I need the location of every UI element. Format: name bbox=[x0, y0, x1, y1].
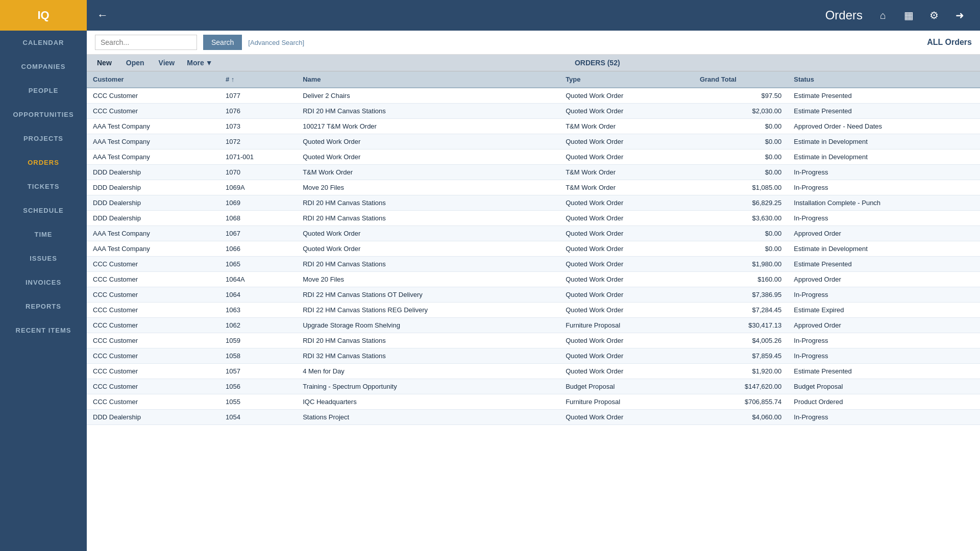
cell-total: $30,417.13 bbox=[694, 318, 788, 333]
nav-items: CALENDARCOMPANIESPEOPLEOPPORTUNITIESPROJ… bbox=[13, 31, 74, 342]
cell-number: 1054 bbox=[219, 410, 297, 425]
table-row[interactable]: AAA Test Company 1071-001 Quoted Work Or… bbox=[87, 149, 980, 165]
cell-total: $4,005.26 bbox=[694, 333, 788, 348]
col-total[interactable]: Grand Total bbox=[694, 71, 788, 88]
table-row[interactable]: DDD Dealership 1068 RDI 20 HM Canvas Sta… bbox=[87, 211, 980, 226]
cell-customer: AAA Test Company bbox=[87, 119, 219, 134]
table-row[interactable]: CCC Customer 1064A Move 20 Files Quoted … bbox=[87, 272, 980, 287]
cell-customer: CCC Customer bbox=[87, 318, 219, 333]
sidebar-item-time[interactable]: TIME bbox=[13, 222, 74, 246]
cell-name: Quoted Work Order bbox=[297, 241, 559, 257]
cell-customer: CCC Customer bbox=[87, 379, 219, 394]
cell-type: Quoted Work Order bbox=[559, 257, 694, 272]
cell-total: $7,284.45 bbox=[694, 303, 788, 318]
cell-name: T&M Work Order bbox=[297, 165, 559, 180]
sidebar-item-invoices[interactable]: INVOICES bbox=[13, 270, 74, 294]
cell-type: Quoted Work Order bbox=[559, 333, 694, 348]
table-row[interactable]: CCC Customer 1064 RDI 22 HM Canvas Stati… bbox=[87, 287, 980, 303]
cell-status: Estimate in Development bbox=[788, 134, 980, 149]
table-row[interactable]: CCC Customer 1056 Training - Spectrum Op… bbox=[87, 379, 980, 394]
view-button[interactable]: View bbox=[157, 58, 177, 68]
table-row[interactable]: CCC Customer 1062 Upgrade Storage Room S… bbox=[87, 318, 980, 333]
cell-number: 1067 bbox=[219, 226, 297, 241]
cell-total: $0.00 bbox=[694, 165, 788, 180]
table-row[interactable]: AAA Test Company 1066 Quoted Work Order … bbox=[87, 241, 980, 257]
advanced-search-link[interactable]: [Advanced Search] bbox=[248, 39, 304, 46]
cell-name: Move 20 Files bbox=[297, 180, 559, 195]
sidebar-item-schedule[interactable]: SCHEDULE bbox=[13, 198, 74, 222]
more-button[interactable]: More ▼ bbox=[187, 59, 212, 67]
col-name[interactable]: Name bbox=[297, 71, 559, 88]
col-number[interactable]: # ↑ bbox=[219, 71, 297, 88]
cell-status: Estimate Expired bbox=[788, 303, 980, 318]
cell-name: RDI 20 HM Canvas Stations bbox=[297, 195, 559, 211]
cell-name: Stations Project bbox=[297, 410, 559, 425]
table-row[interactable]: CCC Customer 1065 RDI 20 HM Canvas Stati… bbox=[87, 257, 980, 272]
cell-total: $706,855.74 bbox=[694, 394, 788, 410]
table-row[interactable]: CCC Customer 1059 RDI 20 HM Canvas Stati… bbox=[87, 333, 980, 348]
open-button[interactable]: Open bbox=[124, 58, 146, 68]
grid-icon[interactable]: ▦ bbox=[898, 5, 919, 26]
sidebar-item-issues[interactable]: ISSUES bbox=[13, 246, 74, 270]
sidebar-item-people[interactable]: PEOPLE bbox=[13, 79, 74, 103]
cell-customer: CCC Customer bbox=[87, 333, 219, 348]
cell-customer: AAA Test Company bbox=[87, 241, 219, 257]
cell-status: Estimate in Development bbox=[788, 241, 980, 257]
table-row[interactable]: AAA Test Company 1072 Quoted Work Order … bbox=[87, 134, 980, 149]
table-row[interactable]: CCC Customer 1076 RDI 20 HM Canvas Stati… bbox=[87, 104, 980, 119]
cell-name: RDI 22 HM Canvas Stations REG Delivery bbox=[297, 303, 559, 318]
cell-total: $0.00 bbox=[694, 119, 788, 134]
logout-icon[interactable]: ➜ bbox=[949, 5, 970, 26]
cell-customer: DDD Dealership bbox=[87, 211, 219, 226]
table-row[interactable]: DDD Dealership 1070 T&M Work Order T&M W… bbox=[87, 165, 980, 180]
table-row[interactable]: CCC Customer 1058 RDI 32 HM Canvas Stati… bbox=[87, 348, 980, 364]
sidebar-item-reports[interactable]: REPORTS bbox=[13, 294, 74, 318]
cell-total: $0.00 bbox=[694, 134, 788, 149]
cell-status: In-Progress bbox=[788, 165, 980, 180]
cell-status: Estimate Presented bbox=[788, 364, 980, 379]
back-button[interactable]: ← bbox=[97, 9, 108, 22]
col-customer[interactable]: Customer bbox=[87, 71, 219, 88]
cell-name: Quoted Work Order bbox=[297, 134, 559, 149]
table-row[interactable]: CCC Customer 1057 4 Men for Day Quoted W… bbox=[87, 364, 980, 379]
cell-number: 1058 bbox=[219, 348, 297, 364]
new-button[interactable]: New bbox=[95, 58, 114, 68]
cell-type: Furniture Proposal bbox=[559, 394, 694, 410]
chevron-down-icon: ▼ bbox=[206, 59, 213, 67]
cell-total: $147,620.00 bbox=[694, 379, 788, 394]
cell-customer: CCC Customer bbox=[87, 394, 219, 410]
table-row[interactable]: DDD Dealership 1054 Stations Project Quo… bbox=[87, 410, 980, 425]
table-row[interactable]: DDD Dealership 1069A Move 20 Files T&M W… bbox=[87, 180, 980, 195]
settings-icon[interactable]: ⚙ bbox=[924, 5, 944, 26]
cell-status: Approved Order - Need Dates bbox=[788, 119, 980, 134]
cell-name: 4 Men for Day bbox=[297, 364, 559, 379]
table-row[interactable]: CCC Customer 1063 RDI 22 HM Canvas Stati… bbox=[87, 303, 980, 318]
search-button[interactable]: Search bbox=[203, 35, 242, 50]
col-type[interactable]: Type bbox=[559, 71, 694, 88]
sidebar-item-calendar[interactable]: CALENDAR bbox=[13, 31, 74, 55]
cell-customer: CCC Customer bbox=[87, 104, 219, 119]
cell-total: $7,386.95 bbox=[694, 287, 788, 303]
cell-number: 1070 bbox=[219, 165, 297, 180]
cell-type: T&M Work Order bbox=[559, 180, 694, 195]
table-row[interactable]: CCC Customer 1055 IQC Headquarters Furni… bbox=[87, 394, 980, 410]
table-row[interactable]: DDD Dealership 1069 RDI 20 HM Canvas Sta… bbox=[87, 195, 980, 211]
orders-table-container[interactable]: Customer # ↑ Name Type Grand Total Statu… bbox=[87, 71, 980, 551]
cell-status: Installation Complete - Punch bbox=[788, 195, 980, 211]
col-status[interactable]: Status bbox=[788, 71, 980, 88]
sidebar-item-recent-items[interactable]: RECENT ITEMS bbox=[13, 318, 74, 342]
sidebar-item-orders[interactable]: ORDERS bbox=[13, 151, 74, 174]
cell-status: Estimate Presented bbox=[788, 88, 980, 104]
cell-name: RDI 20 HM Canvas Stations bbox=[297, 257, 559, 272]
sidebar-item-projects[interactable]: PROJECTS bbox=[13, 127, 74, 151]
home-icon[interactable]: ⌂ bbox=[873, 5, 893, 26]
sidebar-item-tickets[interactable]: TICKETS bbox=[13, 174, 74, 198]
table-row[interactable]: AAA Test Company 1067 Quoted Work Order … bbox=[87, 226, 980, 241]
cell-number: 1066 bbox=[219, 241, 297, 257]
table-row[interactable]: AAA Test Company 1073 100217 T&M Work Or… bbox=[87, 119, 980, 134]
cell-type: Quoted Work Order bbox=[559, 348, 694, 364]
sidebar-item-companies[interactable]: COMPANIES bbox=[13, 55, 74, 79]
table-row[interactable]: CCC Customer 1077 Deliver 2 Chairs Quote… bbox=[87, 88, 980, 104]
search-input[interactable] bbox=[95, 35, 197, 50]
sidebar-item-opportunities[interactable]: OPPORTUNITIES bbox=[13, 103, 74, 127]
